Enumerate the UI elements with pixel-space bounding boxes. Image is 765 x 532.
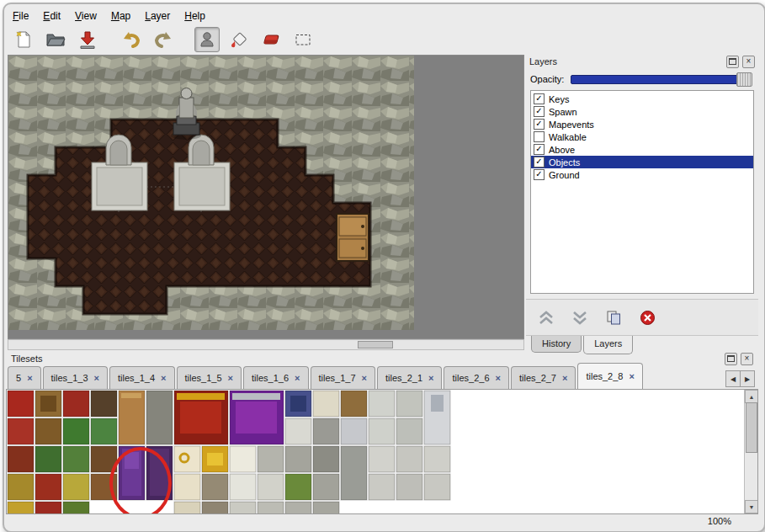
layer-row-above[interactable]: ✓Above xyxy=(531,143,753,156)
layer-name: Ground xyxy=(549,170,580,180)
redo-icon xyxy=(153,29,173,50)
layer-name: Walkable xyxy=(549,132,587,142)
tileset-tabs: 5×tiles_1_3×tiles_1_4×tiles_1_5×tiles_1_… xyxy=(8,363,645,389)
tileset-tab-5[interactable]: 5× xyxy=(8,366,41,389)
toolbar xyxy=(11,24,316,55)
layer-name: Objects xyxy=(549,157,580,168)
layer-visibility-checkbox[interactable]: ✓ xyxy=(534,93,545,104)
tab-close-icon[interactable]: × xyxy=(161,374,166,382)
layers-panel-header: Layers × xyxy=(526,53,758,70)
tab-close-icon[interactable]: × xyxy=(27,374,32,382)
layer-visibility-checkbox[interactable]: ✓ xyxy=(534,169,545,180)
tab-close-icon[interactable]: × xyxy=(228,374,233,382)
layer-visibility-checkbox[interactable]: ✓ xyxy=(534,144,545,155)
tileset-tab-tiles_2_1[interactable]: tiles_2_1× xyxy=(377,366,442,389)
tileset-tab-tiles_1_5[interactable]: tiles_1_5× xyxy=(177,366,242,389)
tab-label: tiles_2_6 xyxy=(452,373,489,383)
scrollbar-thumb[interactable] xyxy=(358,341,393,348)
delete-layer-button[interactable] xyxy=(637,308,657,327)
layer-row-mapevents[interactable]: ✓Mapevents xyxy=(531,118,753,130)
menu-item-file[interactable]: File xyxy=(13,10,29,22)
tileset-tab-tiles_1_7[interactable]: tiles_1_7× xyxy=(311,366,375,389)
scroll-up-button[interactable]: ▲ xyxy=(745,390,758,403)
tileset-tab-tiles_2_7[interactable]: tiles_2_7× xyxy=(511,366,576,389)
tileset-tab-tiles_2_6[interactable]: tiles_2_6× xyxy=(444,366,508,389)
tab-label: tiles_1_3 xyxy=(51,373,88,383)
tileset-tab-tiles_1_3[interactable]: tiles_1_3× xyxy=(43,366,108,389)
tab-close-icon[interactable]: × xyxy=(94,374,99,382)
map-canvas[interactable] xyxy=(8,55,524,339)
entity-stamp-tool-button[interactable] xyxy=(194,27,220,52)
layer-name: Spawn xyxy=(549,107,577,117)
fill-tool-button[interactable] xyxy=(226,27,252,52)
zoom-level: 100% xyxy=(708,516,731,526)
canvas-horizontal-scrollbar[interactable] xyxy=(8,339,524,350)
tileset-tab-tiles_1_6[interactable]: tiles_1_6× xyxy=(243,366,308,389)
opacity-slider[interactable] xyxy=(571,75,751,84)
layer-row-ground[interactable]: ✓Ground xyxy=(531,168,753,181)
menu-item-layer[interactable]: Layer xyxy=(145,10,170,22)
lower-layer-button[interactable] xyxy=(570,308,590,327)
menu-item-map[interactable]: Map xyxy=(111,10,130,22)
layer-visibility-checkbox[interactable]: ✓ xyxy=(534,119,545,130)
layer-name: Keys xyxy=(549,94,569,104)
layer-visibility-checkbox[interactable]: ✓ xyxy=(534,157,545,168)
tab-close-icon[interactable]: × xyxy=(629,372,634,380)
scrollbar-thumb[interactable] xyxy=(746,402,757,453)
save-button[interactable] xyxy=(75,27,100,52)
arrow-right-icon: ▶ xyxy=(745,375,750,383)
tab-close-icon[interactable]: × xyxy=(295,374,300,382)
open-button[interactable] xyxy=(43,27,68,52)
restore-icon xyxy=(727,355,735,362)
app-window: FileEditViewMapLayerHelp xyxy=(3,3,765,532)
layer-visibility-checkbox[interactable] xyxy=(534,131,545,142)
menu-item-help[interactable]: Help xyxy=(184,10,205,22)
layer-row-spawn[interactable]: ✓Spawn xyxy=(531,105,753,118)
float-panel-button[interactable] xyxy=(725,353,737,365)
new-file-button[interactable] xyxy=(11,27,36,52)
tabs-scroll-right-button[interactable]: ▶ xyxy=(740,371,754,386)
tileset-view[interactable]: ▲ ▼ xyxy=(6,389,758,514)
tab-close-icon[interactable]: × xyxy=(496,374,501,382)
menu-item-view[interactable]: View xyxy=(75,10,97,22)
chevron-up-icon xyxy=(538,311,555,325)
panel-tab-history[interactable]: History xyxy=(531,336,582,353)
tileset-image[interactable] xyxy=(7,390,453,513)
selection-rectangle-icon xyxy=(294,30,312,49)
tab-close-icon[interactable]: × xyxy=(362,374,367,382)
eraser-tool-button[interactable] xyxy=(258,27,284,52)
menu-bar: FileEditViewMapLayerHelp xyxy=(13,8,205,24)
map-image[interactable] xyxy=(8,56,414,330)
tileset-vertical-scrollbar[interactable]: ▲ ▼ xyxy=(744,390,757,513)
tileset-tab-tiles_2_8[interactable]: tiles_2_8× xyxy=(577,363,642,389)
rect-select-tool-button[interactable] xyxy=(290,27,316,52)
tab-label: 5 xyxy=(16,373,21,383)
menu-item-edit[interactable]: Edit xyxy=(43,10,61,22)
redo-button[interactable] xyxy=(151,27,176,52)
new-file-icon xyxy=(13,29,34,50)
layer-row-objects[interactable]: ✓Objects xyxy=(531,156,753,168)
layer-row-walkable[interactable]: Walkable xyxy=(531,130,753,143)
scroll-down-button[interactable]: ▼ xyxy=(745,500,758,513)
tab-close-icon[interactable]: × xyxy=(428,374,433,382)
tileset-tab-tiles_1_4[interactable]: tiles_1_4× xyxy=(109,366,174,389)
opacity-row: Opacity: xyxy=(526,70,758,88)
float-panel-button[interactable] xyxy=(726,56,739,68)
eraser-icon xyxy=(260,30,282,49)
raise-layer-button[interactable] xyxy=(536,308,556,327)
layer-visibility-checkbox[interactable]: ✓ xyxy=(534,106,545,117)
undo-button[interactable] xyxy=(119,27,144,52)
opacity-slider-handle[interactable] xyxy=(736,72,752,87)
opacity-label: Opacity: xyxy=(530,74,564,84)
tab-label: tiles_2_7 xyxy=(519,373,556,383)
tab-label: tiles_1_4 xyxy=(118,373,155,383)
close-panel-button[interactable]: × xyxy=(742,56,755,68)
arrow-left-icon: ◀ xyxy=(730,375,736,383)
tab-label: tiles_2_1 xyxy=(385,373,422,383)
layers-panel-title: Layers xyxy=(529,56,723,66)
tab-close-icon[interactable]: × xyxy=(562,374,567,382)
duplicate-layer-button[interactable] xyxy=(603,308,624,327)
close-panel-button[interactable]: × xyxy=(741,353,753,365)
tabs-scroll-left-button[interactable]: ◀ xyxy=(726,371,740,386)
layer-row-keys[interactable]: ✓Keys xyxy=(531,93,753,105)
